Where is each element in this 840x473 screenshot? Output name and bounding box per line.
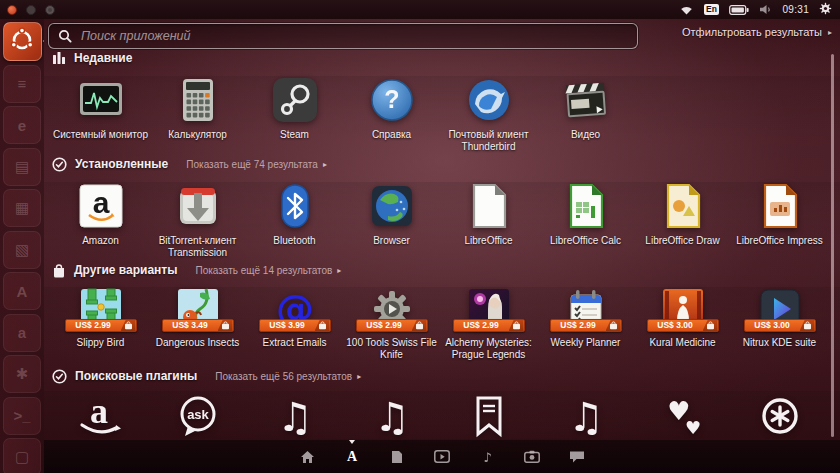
filter-results-button[interactable]: Отфильтровать результаты ▸: [682, 26, 832, 38]
active-lens-caret: [349, 440, 355, 444]
app-item-kural-medicine[interactable]: US$ 3.00Kural Medicine: [634, 287, 731, 360]
wifi-icon[interactable]: [679, 1, 694, 19]
app-item-libreoffice-impress[interactable]: LibreOffice Impress: [731, 182, 828, 258]
app-item-label: Weekly Planner: [551, 337, 621, 349]
app-item-dangerous-insects[interactable]: US$ 3.49Dangerous Insects: [149, 287, 246, 360]
launcher-item-impress[interactable]: ▧: [3, 231, 41, 269]
search-icon: [58, 29, 72, 43]
chevron-right-icon: ▸: [828, 28, 832, 37]
maximize-button[interactable]: [45, 5, 55, 15]
launcher-item-settings[interactable]: ✱: [3, 355, 41, 393]
app-item-plugin-music[interactable]: ♫: [246, 391, 343, 439]
svg-text:♫: ♫: [374, 394, 410, 439]
lens-videos[interactable]: [433, 448, 451, 466]
price-badge: US$ 3.00: [647, 319, 719, 332]
window-buttons: [0, 5, 55, 15]
app-item-alchemy-mysteries[interactable]: US$ 2.99Alchemy Mysteries: Prague Legend…: [440, 287, 537, 360]
show-more-label: Показать ещё 14 результатов: [195, 265, 332, 276]
price-label: US$ 3.00: [648, 320, 703, 331]
show-more-search-plugins[interactable]: Показать ещё 56 результатов▸: [215, 371, 361, 382]
launcher-software-center-icon: A: [17, 283, 28, 300]
app-item-label: LibreOffice: [464, 235, 512, 247]
launcher-item-terminal[interactable]: >_: [3, 397, 41, 435]
software-center-tag-icon: [412, 320, 427, 331]
app-item-libreoffice[interactable]: LibreOffice: [440, 182, 537, 258]
app-item-plugin-hearts[interactable]: ♥♥: [634, 391, 731, 439]
launcher-item-writer[interactable]: ▤: [3, 148, 41, 186]
app-item-label: LibreOffice Impress: [736, 235, 823, 247]
calculator-icon: [174, 76, 222, 124]
app-item-browser[interactable]: Browser: [343, 182, 440, 258]
plugin-asterisk-icon: [756, 391, 804, 439]
app-item-nitrux-kde[interactable]: US$ 3.00Nitrux KDE suite: [731, 287, 828, 360]
recent-icon: [52, 51, 66, 65]
app-item-label: Slippy Bird: [77, 337, 125, 349]
libreoffice-calc-icon: [562, 182, 610, 230]
app-item-steam[interactable]: Steam: [246, 76, 343, 152]
launcher-item-amazon[interactable]: a: [3, 314, 41, 352]
lens-applications[interactable]: A: [343, 448, 361, 466]
price-badge: US$ 2.99: [453, 319, 525, 332]
bluetooth-icon: [271, 182, 319, 230]
app-item-system-monitor[interactable]: Системный монитор: [52, 76, 149, 152]
app-item-weekly-planner[interactable]: US$ 2.99Weekly Planner: [537, 287, 634, 360]
price-label: US$ 2.99: [66, 320, 121, 331]
app-item-plugin-amazon[interactable]: a: [52, 391, 149, 439]
plugin-music-icon: ♫: [368, 391, 416, 439]
launcher-files-icon: ≡: [18, 75, 27, 92]
plugin-music-icon: ♫: [562, 391, 610, 439]
app-item-video[interactable]: Видео: [537, 76, 634, 152]
app-item-label: 100 Tools Swiss File Knife: [344, 337, 439, 360]
thunderbird-icon: [465, 76, 513, 124]
app-item-plugin-ask[interactable]: ask: [149, 391, 246, 439]
section-header-search-plugins: Поисковые плагиныПоказать ещё 56 результ…: [52, 368, 826, 384]
app-item-label: Steam: [280, 129, 309, 141]
volume-icon[interactable]: [759, 1, 772, 19]
app-item-swiss-file-knife[interactable]: US$ 2.99100 Tools Swiss File Knife: [343, 287, 440, 360]
app-item-thunderbird[interactable]: Почтовый клиент Thunderbird: [440, 76, 537, 152]
svg-text:♥: ♥: [684, 417, 700, 438]
lens-files[interactable]: [388, 448, 406, 466]
app-item-libreoffice-draw[interactable]: LibreOffice Draw: [634, 182, 731, 258]
lens-photos-icon: [524, 450, 540, 463]
search-input[interactable]: [79, 28, 637, 44]
app-item-libreoffice-calc[interactable]: LibreOffice Calc: [537, 182, 634, 258]
app-item-plugin-bookmark[interactable]: [440, 391, 537, 439]
scrollbar-thumb[interactable]: [831, 54, 834, 437]
lens-social[interactable]: [568, 448, 586, 466]
lens-home[interactable]: [298, 448, 316, 466]
lens-music[interactable]: ♪: [478, 448, 496, 466]
app-item-bluetooth[interactable]: Bluetooth: [246, 182, 343, 258]
ubuntu-dash-button[interactable]: [3, 22, 42, 61]
launcher-item-software-center[interactable]: A: [3, 272, 41, 310]
show-more-more-suggestions[interactable]: Показать ещё 14 результатов▸: [195, 265, 341, 276]
launcher-item-files[interactable]: ≡: [3, 65, 41, 103]
battery-icon[interactable]: [729, 1, 749, 19]
clock[interactable]: 09:31: [782, 4, 809, 15]
close-button[interactable]: [7, 5, 17, 15]
minimize-button[interactable]: [26, 5, 36, 15]
app-item-slippy-bird[interactable]: US$ 2.99Slippy Bird: [52, 287, 149, 360]
price-label: US$ 2.99: [357, 320, 412, 331]
launcher-workspace-icon: ▢: [15, 448, 29, 466]
plugin-music-icon: ♫: [271, 391, 319, 439]
launcher-item-workspace[interactable]: ▢: [3, 438, 41, 473]
app-item-calculator[interactable]: Калькулятор: [149, 76, 246, 152]
app-item-help[interactable]: ?Справка: [343, 76, 440, 152]
app-item-plugin-music[interactable]: ♫: [343, 391, 440, 439]
keyboard-layout-indicator[interactable]: En: [704, 4, 720, 15]
app-item-amazon[interactable]: aAmazon: [52, 182, 149, 258]
launcher-amazon-icon: a: [18, 324, 26, 341]
search-bar[interactable]: [48, 23, 638, 49]
app-item-plugin-music[interactable]: ♫: [537, 391, 634, 439]
launcher-item-calc[interactable]: ▦: [3, 189, 41, 227]
show-more-installed[interactable]: Показать ещё 74 результата▸: [186, 159, 327, 170]
lens-photos[interactable]: [523, 448, 541, 466]
app-item-transmission[interactable]: BitTorrent-клиент Transmission: [149, 182, 246, 258]
app-item-plugin-asterisk[interactable]: [731, 391, 828, 439]
launcher-impress-icon: ▧: [15, 241, 29, 259]
gear-icon[interactable]: [819, 1, 832, 19]
app-item-extract-emails[interactable]: @US$ 3.99Extract Emails: [246, 287, 343, 360]
launcher-item-browser[interactable]: e: [3, 106, 41, 144]
price-badge: US$ 3.49: [162, 319, 234, 332]
